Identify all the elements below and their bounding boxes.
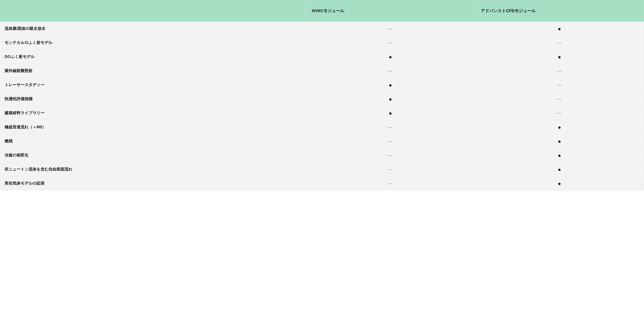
header-blank bbox=[0, 0, 306, 22]
hvac-cell: — bbox=[306, 36, 475, 50]
feature-label: 流体膜/固体の吸水放水 bbox=[0, 22, 306, 36]
adv-cell: ● bbox=[475, 148, 644, 162]
feature-label: 紫外線殺菌照射 bbox=[0, 64, 306, 78]
table-row: 冷媒の相変化—● bbox=[0, 148, 644, 162]
adv-cell: ● bbox=[475, 22, 644, 36]
feature-label: 燃焼 bbox=[0, 134, 306, 148]
table-row: 実在気体モデルの拡張—● bbox=[0, 176, 644, 190]
hvac-cell: ● bbox=[306, 50, 475, 64]
table-row: トレーサースタディー●— bbox=[0, 78, 644, 92]
adv-cell: — bbox=[475, 106, 644, 120]
header-row: HVACモジュール アドバンストCFDモジュール bbox=[0, 0, 644, 22]
feature-label: 極超音速流れ（＞M5） bbox=[0, 120, 306, 134]
adv-cell: — bbox=[475, 92, 644, 106]
hvac-cell: — bbox=[306, 176, 475, 190]
adv-cell: ● bbox=[475, 162, 644, 176]
header-advcfd: アドバンストCFDモジュール bbox=[475, 0, 644, 22]
feature-comparison-table: HVACモジュール アドバンストCFDモジュール 流体膜/固体の吸水放水—●モン… bbox=[0, 0, 644, 190]
table-row: 流体膜/固体の吸水放水—● bbox=[0, 22, 644, 36]
hvac-cell: — bbox=[306, 134, 475, 148]
hvac-cell: — bbox=[306, 64, 475, 78]
feature-label: 快適性評価指標 bbox=[0, 92, 306, 106]
table-row: 建築材料ライブラリー●— bbox=[0, 106, 644, 120]
table-row: 紫外線殺菌照射—— bbox=[0, 64, 644, 78]
feature-label: 建築材料ライブラリー bbox=[0, 106, 306, 120]
adv-cell: ● bbox=[475, 50, 644, 64]
hvac-cell: ● bbox=[306, 106, 475, 120]
feature-label: DOふく射モデル bbox=[0, 50, 306, 64]
adv-cell: ● bbox=[475, 120, 644, 134]
hvac-cell: — bbox=[306, 120, 475, 134]
header-hvac: HVACモジュール bbox=[306, 0, 475, 22]
feature-label: 非ニュートン流体を含む自由表面流れ bbox=[0, 162, 306, 176]
table-row: 快適性評価指標●— bbox=[0, 92, 644, 106]
adv-cell: ● bbox=[475, 134, 644, 148]
adv-cell: — bbox=[475, 64, 644, 78]
hvac-cell: — bbox=[306, 148, 475, 162]
hvac-cell: ● bbox=[306, 78, 475, 92]
hvac-cell: — bbox=[306, 162, 475, 176]
table-row: DOふく射モデル●● bbox=[0, 50, 644, 64]
feature-label: トレーサースタディー bbox=[0, 78, 306, 92]
table-row: 極超音速流れ（＞M5）—● bbox=[0, 120, 644, 134]
hvac-cell: — bbox=[306, 22, 475, 36]
adv-cell: — bbox=[475, 36, 644, 50]
feature-label: 実在気体モデルの拡張 bbox=[0, 176, 306, 190]
table-row: モンテカルロふく射モデル—— bbox=[0, 36, 644, 50]
table-row: 燃焼—● bbox=[0, 134, 644, 148]
adv-cell: ● bbox=[475, 176, 644, 190]
feature-label: 冷媒の相変化 bbox=[0, 148, 306, 162]
table-row: 非ニュートン流体を含む自由表面流れ—● bbox=[0, 162, 644, 176]
hvac-cell: ● bbox=[306, 92, 475, 106]
adv-cell: — bbox=[475, 78, 644, 92]
feature-label: モンテカルロふく射モデル bbox=[0, 36, 306, 50]
